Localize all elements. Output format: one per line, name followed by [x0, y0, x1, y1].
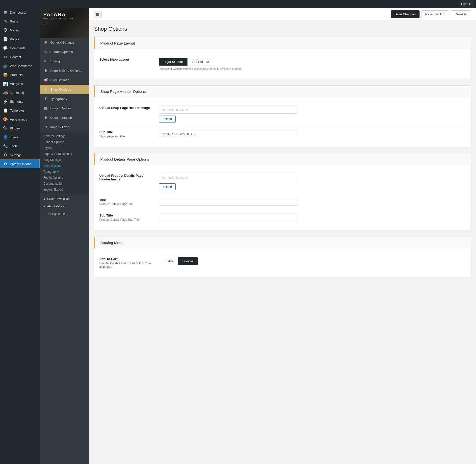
contact-icon: ✉	[3, 54, 8, 59]
sub-link-import-export[interactable]: Import / Export	[40, 187, 89, 193]
settings-icon: ⚙	[3, 152, 8, 157]
sub-nav-label-footer-options: Footer Options	[50, 106, 72, 110]
sub-link-styling[interactable]: Styling	[40, 145, 89, 151]
upload-product-details-input[interactable]	[159, 174, 297, 181]
section-product-details: Product Details Page Options Upload Prod…	[94, 153, 471, 230]
form-label-col-title: Title Product Details PageTitle	[99, 198, 159, 206]
documentation-icon: ⚙	[43, 115, 48, 120]
upload-shop-header-input[interactable]	[159, 106, 297, 114]
sidebar-item-products[interactable]: 📦 Products	[0, 70, 40, 79]
form-control-col-add-to-cart: Enable Disable	[159, 257, 466, 265]
svg-rect-2	[96, 15, 99, 16]
sidebar-item-tools[interactable]: 🔧 Tools	[0, 142, 40, 150]
sub-nav-header-options[interactable]: ✎ Header Options	[40, 47, 89, 56]
add-to-cart-label: Add To Cart	[99, 257, 154, 261]
collapse-menu[interactable]: ← Collapse menu	[40, 210, 89, 218]
form-control-col-shop-layout: Right Sidebar Left Sidebar Remove all wi…	[159, 58, 466, 70]
sidebar-item-appearance[interactable]: 🎨 Appearance	[0, 115, 40, 124]
save-changes-button[interactable]: Save Changes	[391, 10, 419, 18]
logo-sub: RESORT & SPA HOTEL	[43, 17, 74, 20]
sidebar-item-contact[interactable]: ✉ Contact	[0, 52, 40, 61]
general-settings-icon: ⚙	[43, 40, 48, 45]
sidebar-item-pages[interactable]: 📄 Pages	[0, 35, 40, 44]
left-sidebar-button[interactable]: Left Sidebar	[187, 58, 214, 66]
form-row-upload-product-details: Upload Product Details Page Header Image…	[99, 170, 466, 194]
title-input[interactable]	[159, 198, 297, 206]
sub-link-header-options[interactable]: Header Options	[40, 139, 89, 145]
reset-section-button[interactable]: Reset Section	[422, 10, 449, 18]
form-row-sub-title: Sub Title Shop page sub title	[99, 126, 466, 142]
sub-link-blog-settings[interactable]: Blog Settings	[40, 157, 89, 163]
sub-sidebar-extra: ● Slider Revolution ● About Patara ← Col…	[40, 195, 89, 218]
sidebar-label-comments: Comments	[10, 46, 26, 50]
form-label-col-upload-product-details: Upload Product Details Page Header Image	[99, 174, 159, 182]
toolbar-right: Save Changes Reset Section Reset All	[391, 10, 471, 18]
version-label: 1.0	[43, 22, 74, 25]
sidebar-item-marketing[interactable]: 📣 Marketing	[0, 88, 40, 97]
sub-nav-label-import-export: Import / Export	[50, 125, 71, 129]
sub-nav-general-settings[interactable]: ⚙ General Settings	[40, 38, 89, 47]
sub-sidebar-banner: PATARA RESORT & SPA HOTEL 1.0	[40, 8, 89, 38]
about-patara-label: About Patara	[47, 205, 64, 208]
sidebar-item-settings[interactable]: ⚙ Settings	[0, 150, 40, 159]
sidebar-item-comments[interactable]: 💬 Comments	[0, 44, 40, 52]
sidebar-item-posts[interactable]: ✎ Posts	[0, 17, 40, 26]
add-to-cart-desc: Enable/ Disable add to cart button from …	[99, 262, 154, 269]
sidebar-item-patara-options[interactable]: ⚙ Patara Options	[0, 159, 40, 168]
sidebar-item-woocommerce[interactable]: 🛒 WooCommerce	[0, 61, 40, 70]
sub-title-input[interactable]	[159, 130, 297, 138]
sidebar-item-elementor[interactable]: ⚡ Elementor	[0, 97, 40, 106]
sub-link-general-settings[interactable]: General Settings	[40, 133, 89, 139]
sidebar-item-media[interactable]: 🖼 Media	[0, 26, 40, 35]
pages-icon: 📄	[3, 37, 8, 42]
sidebar-item-dashboard[interactable]: ⊞ Dashboard	[0, 8, 40, 17]
sub-nav-page-extra-options[interactable]: ⚙ Page & Extra Options	[40, 66, 89, 75]
sub-nav-footer-options[interactable]: ▦ Footer Options	[40, 103, 89, 113]
disable-button[interactable]: Disable	[178, 257, 197, 265]
sidebar-item-plugins[interactable]: 🔌 Plugins	[0, 124, 40, 133]
form-control-col-sub-title	[159, 130, 466, 138]
sub-link-footer-options[interactable]: Footer Options	[40, 175, 89, 181]
sub-title-details-input[interactable]	[159, 214, 297, 221]
section-header-product-page-layout: Product Page Layout	[94, 37, 471, 49]
sub-sidebar: PATARA RESORT & SPA HOTEL 1.0 ⚙ General …	[40, 8, 89, 464]
sidebar-item-analytics[interactable]: 📊 Analytics	[0, 79, 40, 88]
sub-nav-styling[interactable]: ✏ Styling	[40, 56, 89, 66]
sidebar-item-templates[interactable]: 📋 Templates	[0, 106, 40, 115]
sub-link-documentation[interactable]: Documentation	[40, 181, 89, 187]
upload-shop-header-label: Upload Shop Page Header Image	[99, 106, 154, 110]
form-control-col-upload-product-details: Upload	[159, 174, 466, 190]
sub-nav-shop-options[interactable]: ● Shop Options	[40, 85, 89, 94]
sub-link-typography[interactable]: Typography	[40, 169, 89, 175]
sidebar-item-users[interactable]: 👤 Users	[0, 133, 40, 142]
drag-handle[interactable]	[94, 11, 102, 18]
sidebar-label-plugins: Plugins	[10, 126, 21, 130]
sub-link-shop-options[interactable]: Shop Options	[40, 163, 89, 169]
plugins-icon: 🔌	[3, 126, 8, 131]
upload-shop-header-button[interactable]: Upload	[159, 116, 176, 122]
extra-slider-revolution[interactable]: ● Slider Revolution	[40, 195, 89, 203]
sub-link-page-extra-options[interactable]: Page & Extra Options	[40, 151, 89, 157]
logo-name: PATARA	[43, 12, 74, 17]
typography-icon: T	[43, 97, 48, 101]
extra-about-patara[interactable]: ● About Patara	[40, 203, 89, 210]
sub-title-label: Sub Title	[99, 130, 154, 134]
enable-button[interactable]: Enable	[159, 257, 178, 265]
sub-nav-import-export[interactable]: ↻ Import / Export	[40, 122, 89, 132]
upload-product-details-button[interactable]: Upload	[159, 183, 176, 190]
sub-sidebar-sub-links: General Settings Header Options Styling …	[40, 132, 89, 194]
form-label-col-sub-title: Sub Title Shop page sub title	[99, 130, 159, 138]
products-icon: 📦	[3, 72, 8, 77]
patara-options-icon: ⚙	[3, 161, 8, 166]
sidebar: ⊞ Dashboard ✎ Posts 🖼 Media 📄 Pages 💬 Co…	[0, 8, 40, 464]
reset-all-button[interactable]: Reset All	[451, 10, 471, 18]
import-export-icon: ↻	[43, 125, 48, 129]
sub-nav-documentation[interactable]: ⚙ Documentation	[40, 113, 89, 122]
sidebar-label-settings: Settings	[10, 153, 22, 157]
right-sidebar-button[interactable]: Right Sidebar	[159, 58, 187, 66]
sub-nav-typography[interactable]: T Typography	[40, 94, 89, 103]
help-button[interactable]: Help ▼	[459, 1, 474, 7]
shop-layout-label: Select Shop Layout	[99, 58, 154, 61]
sub-nav-blog-settings[interactable]: 📢 Blog Settings	[40, 75, 89, 85]
form-control-col-title	[159, 198, 466, 206]
